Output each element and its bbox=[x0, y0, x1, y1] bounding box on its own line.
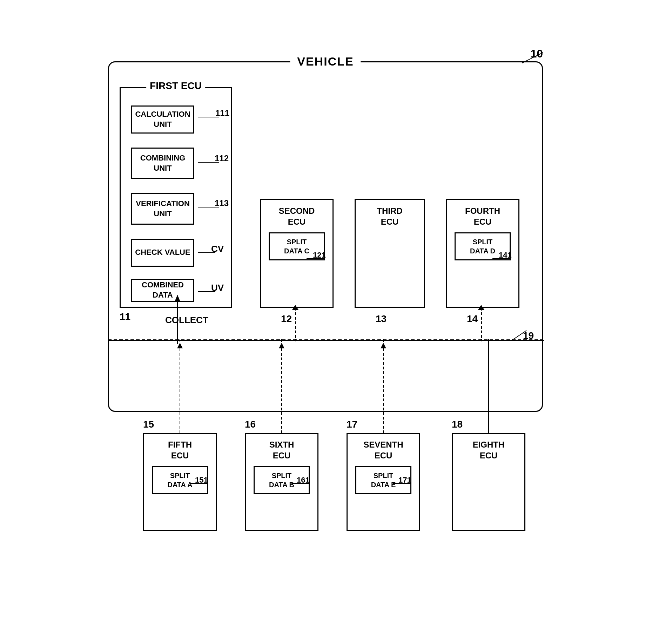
ref-12: 12 bbox=[281, 313, 292, 325]
ref-112: 112 bbox=[215, 154, 229, 163]
seventh-ecu-label: SEVENTHECU bbox=[348, 439, 419, 461]
second-ecu-label: SECONDECU bbox=[261, 205, 332, 227]
ref-121: 121 bbox=[313, 251, 326, 260]
check-value-box: CHECK VALUE bbox=[131, 239, 194, 267]
combined-data-box: COMBINED DATA bbox=[131, 279, 194, 302]
verification-unit-box: VERIFICATION UNIT bbox=[131, 193, 194, 225]
ref-14: 14 bbox=[467, 313, 478, 325]
ref-151: 151 bbox=[195, 476, 208, 485]
sixth-ecu-box: SIXTHECU SPLITDATA B 161 bbox=[245, 433, 318, 531]
dashed-line-second bbox=[295, 308, 296, 341]
ref-uv: UV bbox=[211, 282, 224, 293]
ref-111: 111 bbox=[215, 108, 229, 118]
ref-13: 13 bbox=[376, 313, 387, 325]
arrow-fourth bbox=[478, 305, 484, 310]
combining-unit-label: COMBINING UNIT bbox=[132, 153, 193, 173]
ref-161: 161 bbox=[297, 476, 310, 485]
fifth-ecu-box: FIFTHEСU SPLITDATA A 151 bbox=[143, 433, 217, 531]
bus-connections bbox=[108, 339, 564, 434]
sixth-ecu-label: SIXTHECU bbox=[246, 439, 317, 461]
ref-141: 141 bbox=[499, 251, 512, 260]
svg-marker-22 bbox=[279, 343, 284, 348]
fifth-ecu-label: FIFTHEСU bbox=[144, 439, 216, 461]
ref-171: 171 bbox=[398, 476, 411, 485]
svg-marker-24 bbox=[381, 343, 386, 348]
ref-113: 113 bbox=[215, 198, 229, 208]
verification-unit-label: VERIFICATION UNIT bbox=[132, 199, 193, 219]
eighth-ecu-box: EIGHTHECU bbox=[452, 433, 525, 531]
second-ecu-box: SECONDECU SPLITDATA C 121 bbox=[260, 199, 334, 308]
ref-cv: CV bbox=[211, 244, 224, 254]
svg-marker-20 bbox=[177, 343, 183, 348]
arrow-second bbox=[292, 305, 298, 310]
collect-arrow bbox=[174, 293, 181, 344]
check-value-label: CHECK VALUE bbox=[135, 247, 190, 258]
first-ecu-box: FIRST ECU CALCULATION UNIT COMBINING UNI… bbox=[120, 87, 232, 308]
seventh-ecu-box: SEVENTHECU SPLITDATA E 171 bbox=[347, 433, 420, 531]
page: 10 VEHICLE FIRST ECU CALCULATION UNIT CO… bbox=[0, 0, 672, 620]
vehicle-label: VEHICLE bbox=[290, 55, 361, 68]
eighth-ecu-label: EIGHTHECU bbox=[453, 439, 524, 461]
svg-marker-7 bbox=[175, 295, 180, 301]
calculation-unit-box: CALCULATION UNIT bbox=[131, 105, 194, 134]
calculation-unit-label: CALCULATION UNIT bbox=[132, 109, 193, 129]
third-ecu-label: THIRDECU bbox=[356, 205, 424, 227]
svg-line-10 bbox=[512, 331, 526, 340]
fourth-ecu-label: FOURTHECU bbox=[447, 205, 518, 227]
ref-11: 11 bbox=[120, 311, 130, 322]
svg-marker-12 bbox=[292, 305, 298, 310]
combined-data-label: COMBINED DATA bbox=[132, 280, 193, 300]
collect-label: COLLECT bbox=[165, 315, 208, 326]
dashed-line-fourth bbox=[481, 308, 482, 341]
diagram-wrapper: 10 VEHICLE FIRST ECU CALCULATION UNIT CO… bbox=[108, 47, 564, 573]
third-ecu-box: THIRDECU bbox=[355, 199, 425, 308]
fourth-ecu-box: FOURTHECU SPLITDATA D 141 bbox=[446, 199, 519, 308]
first-ecu-label: FIRST ECU bbox=[146, 80, 205, 91]
combining-unit-box: COMBINING UNIT bbox=[131, 148, 194, 179]
svg-marker-14 bbox=[478, 305, 484, 310]
